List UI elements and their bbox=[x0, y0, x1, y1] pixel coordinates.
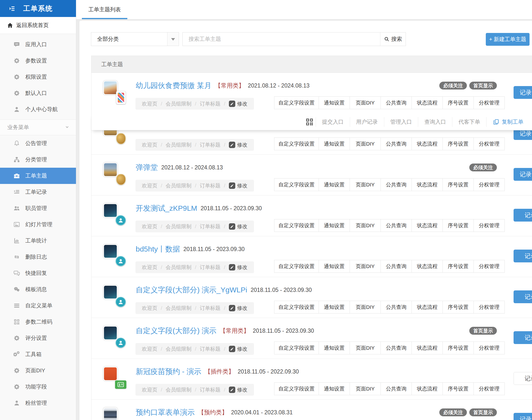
sidebar-section-business[interactable]: 业务菜单 bbox=[0, 120, 76, 135]
action-button[interactable]: 自定义字段设置 bbox=[274, 382, 319, 395]
action-button[interactable]: 页面DIY bbox=[350, 137, 381, 150]
action-button[interactable]: 状态流程 bbox=[412, 342, 443, 354]
quick-link[interactable]: 欢迎页 bbox=[142, 345, 157, 352]
quick-link[interactable]: 订单标题 bbox=[200, 223, 221, 230]
record-button[interactable]: 记录 bbox=[514, 250, 532, 262]
sidebar-item[interactable]: 页面DIY bbox=[0, 362, 76, 379]
quick-link[interactable]: 订单标题 bbox=[200, 345, 221, 352]
sidebar-item-home[interactable]: 返回系统首页 bbox=[0, 17, 76, 34]
action-button[interactable]: 公共查询 bbox=[381, 342, 412, 354]
topic-thumbnail[interactable] bbox=[103, 367, 130, 396]
quick-link[interactable]: 会员组限制 bbox=[166, 100, 192, 107]
sidebar-item[interactable]: 删除日志 bbox=[0, 249, 76, 265]
record-button[interactable]: 记录 bbox=[514, 209, 532, 222]
action-button[interactable]: 状态流程 bbox=[412, 260, 443, 273]
action-button[interactable]: 页面DIY bbox=[350, 301, 381, 314]
category-select[interactable]: 全部分类 bbox=[91, 32, 179, 46]
action-button[interactable]: 通知设置 bbox=[319, 137, 350, 150]
action-button[interactable]: 序号设置 bbox=[443, 301, 474, 314]
edit-button[interactable]: 修改 bbox=[229, 100, 248, 107]
sidebar-item[interactable]: 工单记录 bbox=[0, 184, 76, 200]
action-button[interactable]: 序号设置 bbox=[443, 260, 474, 273]
action-button[interactable]: 公共查询 bbox=[381, 382, 412, 395]
record-button[interactable]: 记录 bbox=[514, 290, 532, 303]
action-button[interactable]: 分权管理 bbox=[473, 342, 505, 354]
action-button[interactable]: 序号设置 bbox=[443, 178, 474, 191]
sidebar-item-active[interactable]: 工单主题 bbox=[0, 168, 76, 184]
quick-link[interactable]: 会员组限制 bbox=[166, 345, 192, 352]
action-button[interactable]: 自定义字段设置 bbox=[274, 342, 319, 354]
topic-thumbnail[interactable] bbox=[103, 244, 130, 274]
new-workorder-button[interactable]: + 新建工单主题 bbox=[486, 33, 530, 46]
action-button[interactable]: 状态流程 bbox=[412, 301, 443, 314]
edit-button[interactable]: 修改 bbox=[229, 223, 248, 230]
action-button[interactable]: 通知设置 bbox=[319, 382, 350, 395]
topic-thumbnail[interactable] bbox=[103, 285, 130, 315]
copy-workorder-button[interactable]: 复制工单 bbox=[486, 117, 532, 127]
action-button[interactable]: 公共查询 bbox=[381, 260, 412, 273]
menu-toggle-icon[interactable] bbox=[8, 5, 16, 12]
sidebar-item[interactable]: 粉丝管理 bbox=[0, 395, 76, 411]
action-button[interactable]: 页面DIY bbox=[350, 342, 381, 354]
action-button[interactable]: 页面DIY bbox=[350, 96, 381, 109]
sidebar-item[interactable]: 应用入口 bbox=[0, 36, 76, 53]
quick-link[interactable]: 欢迎页 bbox=[142, 141, 157, 148]
action-button[interactable]: 页面DIY bbox=[350, 219, 381, 232]
topic-title-link[interactable]: 新冠疫苗预约 - 演示 bbox=[136, 367, 201, 377]
edit-button[interactable]: 修改 bbox=[229, 264, 248, 271]
sidebar-item[interactable]: 自定义菜单 bbox=[0, 298, 76, 314]
action-button[interactable]: 公共查询 bbox=[381, 137, 412, 150]
action-button[interactable]: 公共查询 bbox=[381, 219, 412, 232]
topic-title-link[interactable]: 自定义字段(大部分) 演示 bbox=[136, 326, 216, 336]
action-button[interactable]: 分权管理 bbox=[473, 137, 505, 150]
action-button[interactable]: 状态流程 bbox=[412, 96, 443, 109]
action-button[interactable]: 状态流程 bbox=[412, 178, 443, 191]
edit-button[interactable]: 修改 bbox=[229, 345, 248, 352]
action-button[interactable]: 页面DIY bbox=[350, 178, 381, 191]
quick-link[interactable]: 欢迎页 bbox=[142, 386, 157, 393]
action-button[interactable]: 页面DIY bbox=[350, 260, 381, 273]
sidebar-item[interactable]: 功能字段 bbox=[0, 379, 76, 395]
action-button[interactable]: 分权管理 bbox=[473, 382, 505, 395]
edit-button[interactable]: 修改 bbox=[229, 141, 248, 148]
quick-link[interactable]: 欢迎页 bbox=[142, 100, 157, 107]
action-button[interactable]: 序号设置 bbox=[443, 137, 474, 150]
action-button[interactable]: 状态流程 bbox=[412, 382, 443, 395]
action-button[interactable]: 自定义字段设置 bbox=[274, 219, 319, 232]
quick-link[interactable]: 会员组限制 bbox=[166, 141, 192, 148]
quick-link[interactable]: 会员组限制 bbox=[166, 386, 192, 393]
sidebar-item[interactable]: 分类管理 bbox=[0, 151, 76, 168]
sidebar-item[interactable]: 公告管理 bbox=[0, 135, 76, 151]
quick-link[interactable]: 订单标题 bbox=[200, 305, 221, 312]
quick-link[interactable]: 订单标题 bbox=[200, 100, 221, 107]
sidebar-item[interactable]: 默认入口 bbox=[0, 85, 76, 101]
quick-link[interactable]: 欢迎页 bbox=[142, 223, 157, 230]
action-button[interactable]: 自定义字段设置 bbox=[274, 96, 319, 109]
record-button[interactable]: 记录 bbox=[514, 372, 532, 385]
action-button[interactable]: 状态流程 bbox=[412, 219, 443, 232]
expanded-entry[interactable]: 管理入口 bbox=[384, 117, 418, 127]
action-button[interactable]: 自定义字段设置 bbox=[274, 301, 319, 314]
tab-workorder-topic-list[interactable]: 工单主题列表 bbox=[82, 0, 127, 19]
qrcode-icon[interactable] bbox=[303, 117, 316, 127]
expanded-entry[interactable]: 用户记录 bbox=[350, 117, 384, 127]
action-button[interactable]: 自定义字段设置 bbox=[274, 178, 319, 191]
action-button[interactable]: 分权管理 bbox=[473, 96, 505, 109]
action-button[interactable]: 序号设置 bbox=[443, 96, 474, 109]
action-button[interactable]: 公共查询 bbox=[381, 301, 412, 314]
sidebar-item[interactable]: 快捷回复 bbox=[0, 265, 76, 281]
quick-link[interactable]: 会员组限制 bbox=[166, 264, 192, 271]
topic-title-link[interactable]: 幼儿园伙食费预缴 某月 bbox=[136, 81, 211, 91]
sidebar-item[interactable]: 幻灯片管理 bbox=[0, 216, 76, 233]
topic-thumbnail[interactable] bbox=[103, 326, 130, 355]
expanded-entry[interactable]: 查询入口 bbox=[418, 117, 452, 127]
sidebar-item[interactable]: 评分设置 bbox=[0, 330, 76, 346]
topic-title-link[interactable]: 预约口罩表单演示 bbox=[136, 407, 195, 418]
record-button[interactable]: 记录 bbox=[514, 331, 532, 344]
action-button[interactable]: 分权管理 bbox=[473, 260, 505, 273]
action-button[interactable]: 通知设置 bbox=[319, 96, 350, 109]
sidebar-item[interactable]: 个人中心导航 bbox=[0, 101, 76, 118]
quick-link[interactable]: 欢迎页 bbox=[142, 264, 157, 271]
action-button[interactable]: 通知设置 bbox=[319, 178, 350, 191]
action-button[interactable]: 通知设置 bbox=[319, 301, 350, 314]
